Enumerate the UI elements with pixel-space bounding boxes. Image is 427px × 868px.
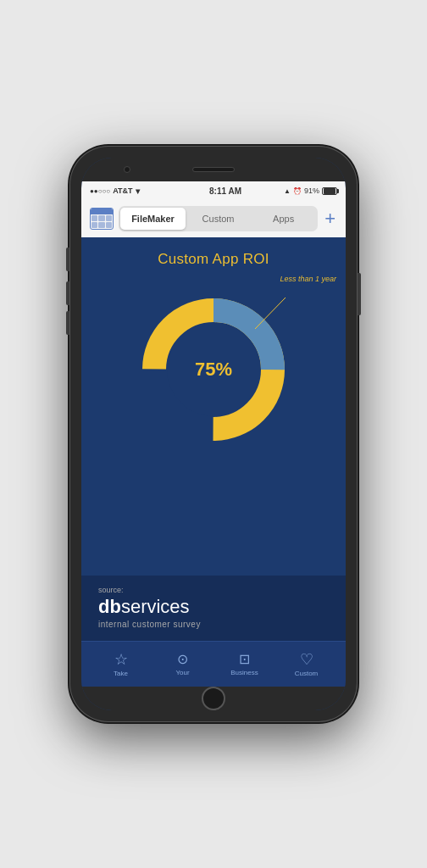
bottom-tab-business-label: Business — [230, 669, 258, 676]
tab-custom[interactable]: Custom — [186, 208, 251, 230]
signal-dots: ●●○○○ — [90, 187, 110, 195]
cart-icon: ⊡ — [239, 653, 250, 666]
phone-top-hardware — [81, 158, 346, 181]
source-brand-light: services — [121, 596, 190, 617]
star-icon: ☆ — [114, 652, 128, 667]
camera — [124, 166, 130, 173]
source-label: source: — [98, 586, 329, 594]
carrier-label: AT&T — [113, 186, 132, 195]
speaker — [192, 167, 235, 172]
status-left: ●●○○○ AT&T ▾ — [90, 186, 140, 196]
annotation-label: Less than 1 year — [280, 275, 336, 283]
bottom-tab-take-label: Take — [114, 670, 128, 677]
bottom-tab-bar: ☆ Take ⊙ Your ⊡ Business ♡ Custom — [81, 641, 346, 687]
tab-apps[interactable]: Apps — [251, 208, 316, 230]
calendar-grid — [91, 214, 113, 229]
status-bar: ●●○○○ AT&T ▾ 8:11 AM ▲ ⏰ 91% — [81, 181, 346, 200]
home-button[interactable] — [202, 687, 225, 710]
bottom-tab-custom-label: Custom — [295, 670, 319, 677]
main-content: Custom App ROI — [81, 237, 346, 641]
calendar-top — [91, 209, 113, 214]
bottom-tab-take[interactable]: ☆ Take — [90, 652, 152, 677]
battery-fill — [324, 188, 336, 194]
battery-icon — [322, 187, 337, 195]
bottom-tab-your-label: Your — [175, 669, 189, 676]
source-brand-bold: db — [98, 596, 121, 617]
status-right: ▲ ⏰ 91% — [284, 186, 337, 195]
annotation-line — [255, 298, 286, 329]
alarm-icon: ⏰ — [293, 187, 302, 195]
tab-filemaker[interactable]: FileMaker — [120, 208, 186, 230]
segment-control: FileMaker Custom Apps — [119, 206, 318, 231]
chart-center-label: 75% — [195, 359, 232, 381]
wifi-icon: ▾ — [136, 186, 140, 196]
page-title: Custom App ROI — [158, 251, 269, 268]
source-brand: dbservices — [98, 596, 329, 618]
donut-chart: 75% Less than 1 year — [129, 285, 298, 454]
calendar-icon[interactable] — [90, 208, 114, 230]
navigation-bar: FileMaker Custom Apps + — [81, 200, 346, 237]
phone-bottom-hardware — [81, 687, 346, 710]
battery-pct: 91% — [304, 186, 319, 195]
phone-frame: ●●○○○ AT&T ▾ 8:11 AM ▲ ⏰ 91% — [69, 146, 358, 722]
bottom-tab-business[interactable]: ⊡ Business — [214, 653, 275, 676]
bottom-tab-custom[interactable]: ♡ Custom — [275, 652, 337, 677]
source-section: source: dbservices internal customer sur… — [81, 576, 346, 641]
heart-icon: ♡ — [300, 652, 313, 667]
phone-screen: ●●○○○ AT&T ▾ 8:11 AM ▲ ⏰ 91% — [81, 158, 346, 710]
source-subtitle: internal customer survey — [98, 620, 329, 629]
add-button[interactable]: + — [323, 209, 337, 228]
user-icon: ⊙ — [177, 653, 188, 666]
location-icon: ▲ — [284, 187, 291, 195]
status-time: 8:11 AM — [209, 186, 241, 196]
bottom-tab-your[interactable]: ⊙ Your — [152, 653, 214, 676]
